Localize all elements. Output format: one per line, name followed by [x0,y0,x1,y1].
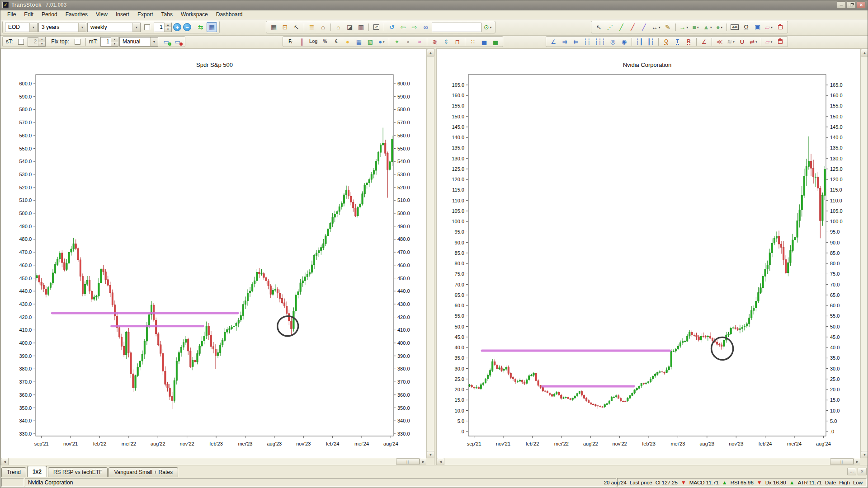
chevron-down-icon[interactable]: ▾ [383,40,385,43]
idea-bulb-icon[interactable]: ● [342,37,353,46]
pitchfork-icon[interactable]: U [737,37,747,46]
symbol-search-input[interactable] [432,23,481,32]
compress-arrows-icon[interactable]: ⇆ [195,22,206,32]
time-lines-icon[interactable]: T [672,37,683,46]
refresh-icon[interactable]: ↺ [387,22,397,32]
screen-select-icon[interactable]: ⊡ [280,22,290,32]
eraser-icon[interactable]: ▱▾ [764,37,774,46]
scroll-left-icon[interactable]: ◀ [1,458,9,465]
delete-trash-icon[interactable] [775,22,785,32]
menu-item-workspace[interactable]: Workspace [177,10,212,19]
stepper-up-icon[interactable]: ▲ [111,37,118,42]
trendline-purple-icon[interactable]: ╱ [639,22,649,32]
trendline-red-icon[interactable]: ╱ [627,22,638,32]
chevron-down-icon[interactable]: ▾ [710,26,712,29]
remove-window-icon[interactable]: ▭− [172,37,183,46]
gann-angles-icon[interactable]: ∠ [548,37,559,46]
pointer-mode-icon[interactable]: ↖ [291,22,302,32]
measure-icon[interactable]: ↔▾ [650,22,662,32]
menu-item-period[interactable]: Period [38,10,61,19]
quarter-lines-icon[interactable]: Q [661,37,671,46]
tab-close-button[interactable]: × [858,468,867,475]
tab-rs-rsp-vs-techetf[interactable]: RS RSP vs techETF [48,467,108,477]
triangle-shape-icon[interactable]: ▲▾ [702,22,713,32]
percent-scale-icon[interactable]: % [320,37,330,46]
chevron-down-icon[interactable]: ▼ [132,23,140,32]
grid-layout-toggle[interactable]: ▦ [207,22,217,32]
speed-angle-icon[interactable]: ∠ [699,37,709,46]
add-bars-icon[interactable]: ▅ [490,37,500,46]
eraser-icon[interactable]: ▱▾ [764,22,774,32]
extend-right-icon[interactable]: ⇉ [560,37,570,46]
spiral-icon[interactable]: ◉ [619,37,629,46]
linked-points-icon[interactable]: ∘ [403,37,413,46]
company-lookup-icon[interactable]: ⌂ [318,22,328,32]
scroll-up-icon[interactable]: ▲ [427,49,434,56]
mt-count-stepper[interactable]: 1 ▲▼ [100,37,118,47]
price-chart-spx[interactable]: Spdr S&p 500600.0600.0590.0590.0580.0580… [1,49,427,459]
chevron-down-icon[interactable]: ▾ [771,26,773,29]
log-scale-icon[interactable]: Log [308,37,319,46]
chevron-down-icon[interactable]: ▾ [771,40,773,43]
scrollbar-thumb[interactable]: || [396,458,420,465]
zigzag-icon[interactable]: ≷ [429,37,440,46]
chevron-down-icon[interactable]: ▾ [755,40,757,43]
chart-count-stepper[interactable]: 1 ▲▼ [154,23,172,32]
chevron-down-icon[interactable]: ▾ [697,26,699,29]
forward-icon[interactable]: ⇨ [409,22,420,32]
function-icon[interactable]: Fᵣ [285,37,296,46]
exchange-icon[interactable]: ⌂ [333,22,344,32]
freehand-pen-icon[interactable]: ✎ [663,22,673,32]
curve-fit-icon[interactable]: ≈ [414,37,425,46]
close-button[interactable]: ✕ [857,1,866,9]
feed-select[interactable]: EOD ▼ [5,23,38,32]
menu-item-tabs[interactable]: Tabs [157,10,177,19]
extend-left-icon[interactable]: ⇇ [571,37,581,46]
menu-item-dashboard[interactable]: Dashboard [212,10,247,19]
price-levels-icon[interactable]: ≣ [307,22,317,32]
minimize-button[interactable]: ─ [837,1,846,9]
currency-scale-icon[interactable]: € [331,37,341,46]
menu-item-insert[interactable]: Insert [112,10,133,19]
square-shape-icon[interactable]: ■▾ [690,22,701,32]
heatmap-icon[interactable]: ∷ [467,37,478,46]
chevron-down-icon[interactable]: ▾ [659,26,660,29]
arrow-shape-icon[interactable]: →▾ [678,22,690,32]
chevron-down-icon[interactable]: ▾ [687,26,689,29]
target-tracker-icon[interactable]: ⌖ [392,37,402,46]
remove-chart-button[interactable]: − [183,23,191,31]
performance-chart-icon[interactable]: ▧ [365,37,375,46]
st-checkbox[interactable] [18,39,24,45]
chevron-down-icon[interactable]: ▾ [721,26,722,29]
tab-vanguard-small-rates[interactable]: Vanguard Small + Rates [108,467,178,477]
export-window-icon[interactable]: ↗ [371,22,382,32]
scroll-left-icon[interactable]: ◀ [437,458,444,465]
delete-trash-icon[interactable] [775,37,785,46]
chevron-down-icon[interactable]: ▼ [29,23,37,32]
scatter-arrows-icon[interactable]: ⇄▾ [748,37,759,46]
range-lines-icon[interactable]: R [684,37,694,46]
trendline-points-icon[interactable]: ⋰ [605,22,615,32]
menu-item-view[interactable]: View [92,10,112,19]
horizontal-scrollbar[interactable]: ◀ || ▶ [437,458,861,465]
menu-item-export[interactable]: Export [133,10,157,19]
time-grid-icon[interactable]: ┆┆ [582,37,593,46]
fan-lines-icon[interactable]: ≪ [714,37,725,46]
curve-set-icon[interactable]: ≋▾ [726,37,736,46]
horizontal-scrollbar[interactable]: ◀ || ▶ [1,458,427,465]
fix-top-checkbox[interactable] [75,39,80,45]
scroll-up-icon[interactable]: ▲ [861,49,868,56]
tab-1x2[interactable]: 1x2 [27,466,47,477]
range-select[interactable]: 3 years ▼ [38,23,86,32]
tab-more-button[interactable]: ... [847,468,856,475]
menu-item-favorites[interactable]: Favorites [61,10,92,19]
stepper-down-icon[interactable]: ▼ [165,27,171,32]
volume-bars-icon[interactable]: ▅ [479,37,489,46]
menu-item-file[interactable]: File [3,10,20,19]
add-window-icon[interactable]: ▭+ [161,37,171,46]
stepper-down-icon[interactable]: ▼ [111,42,118,46]
overlay-checkbox[interactable] [144,24,150,30]
circle-shape-icon[interactable]: ●▾ [714,22,724,32]
circle-annotation[interactable] [276,315,299,337]
axis-cursor-icon[interactable]: ⇕ [441,37,451,46]
